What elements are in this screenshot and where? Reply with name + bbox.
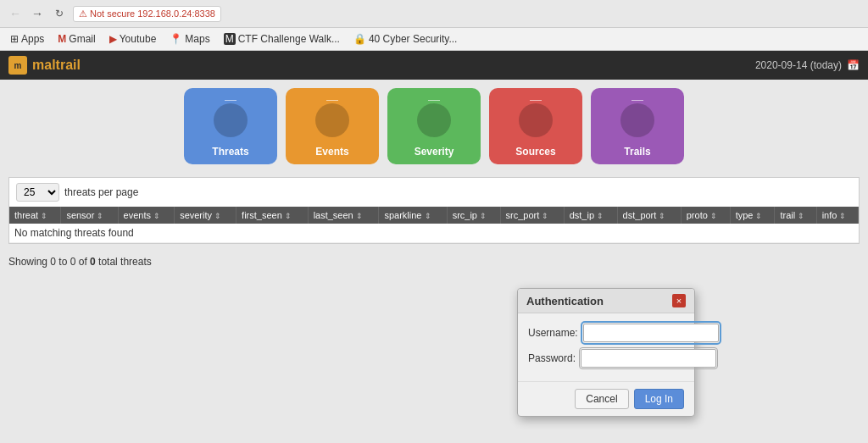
col-first-seen[interactable]: first_seen ⇕ [236,207,309,224]
sort-arrows-dst-ip: ⇕ [597,212,604,220]
username-label: Username: [528,327,578,339]
sort-arrows-last-seen: ⇕ [356,212,363,220]
severity-circle [417,103,451,137]
sort-arrows-src-ip: ⇕ [480,212,487,220]
sort-arrows-first-seen: ⇕ [285,212,292,220]
cyber-icon: 🔒 [353,33,366,45]
bookmark-apps[interactable]: ⊞ Apps [7,31,47,47]
trails-label: Trails [624,146,650,158]
bookmark-maps[interactable]: 📍 Maps [166,31,213,47]
no-data-row: No matching threats found [9,224,859,243]
col-src-ip[interactable]: src_ip ⇕ [447,207,500,224]
no-data-message: No matching threats found [9,224,859,243]
per-page-label: threats per page [64,186,138,198]
col-threat[interactable]: threat ⇕ [9,207,61,224]
apps-label: Apps [21,33,44,45]
col-last-seen[interactable]: last_seen ⇕ [308,207,379,224]
threats-label: Threats [212,146,248,158]
app-logo: m maltrail [8,56,81,75]
col-sensor[interactable]: sensor ⇕ [61,207,118,224]
maps-label: Maps [185,33,209,45]
col-type[interactable]: type ⇕ [730,207,775,224]
showing-suffix: total threats [96,256,152,268]
calendar-icon[interactable]: 📅 [847,59,860,71]
bookmark-ctf[interactable]: M CTF Challenge Walk... [220,31,343,47]
sort-arrows-info: ⇕ [839,212,846,220]
events-card[interactable]: — Events [286,88,379,164]
sources-label: Sources [515,146,555,158]
table-section: 25 50 100 threats per page threat ⇕ sens… [8,177,860,244]
col-proto[interactable]: proto ⇕ [681,207,730,224]
severity-label: Severity [415,146,454,158]
bookmark-youtube[interactable]: ▶ Youtube [106,31,160,47]
per-page-select[interactable]: 25 50 100 [16,183,59,202]
maps-icon: 📍 [170,33,182,45]
col-src-port[interactable]: src_port ⇕ [500,207,564,224]
gmail-label: Gmail [69,33,95,45]
trails-card[interactable]: — Trails [591,88,684,164]
dialog-close-button[interactable]: × [672,294,686,307]
sort-arrows-src-port: ⇕ [542,212,548,220]
warning-icon: ⚠ [79,8,87,19]
forward-button[interactable]: → [29,5,46,22]
table-header: threat ⇕ sensor ⇕ events ⇕ severity ⇕ fi… [9,207,859,224]
app-header: m maltrail 2020-09-14 (today) 📅 [0,51,868,80]
table-controls: 25 50 100 threats per page [9,178,859,207]
gmail-icon: M [58,33,66,45]
threats-card[interactable]: — Threats [184,88,277,164]
browser-chrome: ← → ↻ ⚠ Not secure 192.168.0.24:8338 ⊞ A… [0,0,868,51]
username-input[interactable] [583,324,719,342]
sort-arrows-proto: ⇕ [710,212,717,220]
events-circle [315,103,349,137]
security-label: Not secure [90,8,135,19]
ctf-icon: M [224,33,236,45]
events-label: Events [315,146,348,158]
dialog-header: Authentication × [518,289,694,313]
auth-dialog: Authentication × Username: Password: Can… [517,288,695,417]
username-row: Username: [528,324,684,342]
password-label: Password: [528,352,576,364]
col-events[interactable]: events ⇕ [118,207,175,224]
refresh-button[interactable]: ↻ [51,5,68,22]
password-input[interactable] [581,349,716,368]
sort-arrows-sparkline: ⇕ [425,212,431,220]
threats-circle [214,103,248,137]
date-text: 2020-09-14 (today) [755,59,842,71]
showing-prefix: Showing 0 to 0 of [8,256,90,268]
col-dst-ip[interactable]: dst_ip ⇕ [564,207,617,224]
col-sparkline[interactable]: sparkline ⇕ [379,207,447,224]
sort-arrows-sensor: ⇕ [97,212,103,220]
col-dst-port[interactable]: dst_port ⇕ [617,207,681,224]
trails-circle [620,103,654,137]
data-table: threat ⇕ sensor ⇕ events ⇕ severity ⇕ fi… [9,207,859,243]
showing-label: Showing 0 to 0 of 0 total threats [8,251,860,273]
apps-icon: ⊞ [10,33,19,45]
youtube-label: Youtube [120,33,157,45]
main-content: — Threats — Events — Severity — Sources … [0,80,868,443]
showing-count: 0 [90,256,96,268]
dialog-title: Authentication [526,295,604,307]
cyber-label: 40 Cyber Security... [369,33,457,45]
col-severity[interactable]: severity ⇕ [175,207,236,224]
sort-arrows-type: ⇕ [755,212,762,220]
col-info[interactable]: info ⇕ [816,207,858,224]
dialog-footer: Cancel Log In [518,381,694,416]
sources-card[interactable]: — Sources [489,88,582,164]
bookmark-gmail[interactable]: M Gmail [54,31,98,47]
severity-card[interactable]: — Severity [387,88,481,164]
table-body: No matching threats found [9,224,859,243]
cancel-button[interactable]: Cancel [575,389,628,409]
bookmark-40cyber[interactable]: 🔒 40 Cyber Security... [350,31,460,47]
sort-arrows-dst-port: ⇕ [659,212,665,220]
ctf-label: CTF Challenge Walk... [238,33,340,45]
back-button[interactable]: ← [7,5,24,22]
stat-cards: — Threats — Events — Severity — Sources … [8,88,860,164]
col-trail[interactable]: trail ⇕ [775,207,816,224]
password-row: Password: [528,349,684,368]
security-badge: ⚠ Not secure 192.168.0.24:8338 [73,6,221,22]
bookmarks-bar: ⊞ Apps M Gmail ▶ Youtube 📍 Maps M CTF Ch… [0,28,868,50]
logo-icon: m [8,56,27,75]
sort-arrows-threat: ⇕ [41,212,47,220]
browser-toolbar: ← → ↻ ⚠ Not secure 192.168.0.24:8338 [0,0,868,28]
login-button[interactable]: Log In [634,389,684,409]
